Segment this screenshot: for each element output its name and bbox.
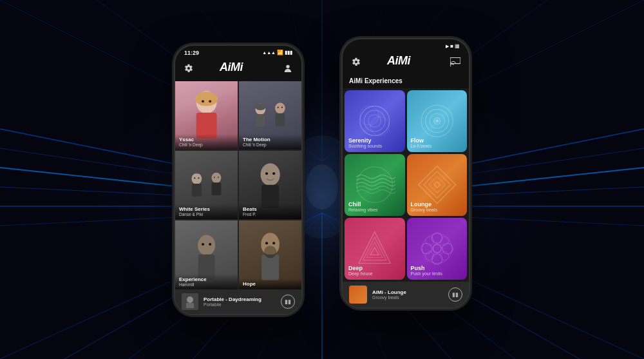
phone-1-time: 11:29 <box>184 50 199 56</box>
wifi-icon: 📶 <box>277 50 283 55</box>
phone-1-play-button[interactable]: ▮▮ <box>281 295 295 309</box>
svg-point-50 <box>191 173 202 184</box>
lounge-name: Lounge <box>411 201 438 208</box>
svg-point-53 <box>198 177 199 179</box>
phone-2-play-button[interactable]: ▮▮ <box>448 287 462 302</box>
svg-point-72 <box>187 296 193 303</box>
artist-name-hope: Hope <box>243 281 298 287</box>
chill-sub: Relaxing vibes <box>348 208 378 212</box>
phone-1-now-playing[interactable]: Portable - Daydreaming Portabile ▮▮ <box>175 289 301 314</box>
svg-point-41 <box>202 100 204 102</box>
lounge-text: Lounge Groovy beats <box>411 201 438 212</box>
flow-text: Flow Lo-fi beats <box>411 137 432 148</box>
svg-point-70 <box>272 242 275 245</box>
phone-2-np-info: AiMi - Lounge Groovy beats <box>372 289 443 300</box>
deep-name: Deep <box>348 265 373 271</box>
phone-1-np-info: Portable - Daydreaming Portabile <box>204 296 276 307</box>
exp-card-deep[interactable]: Deep Deep house <box>345 218 405 280</box>
artist-overlay-beats: Beats Fred P. <box>239 204 301 219</box>
artist-card-white[interactable]: White Series Danse & Piki <box>175 151 238 219</box>
svg-point-81 <box>370 117 389 135</box>
exp-card-flow[interactable]: Flow Lo-fi beats <box>407 90 468 152</box>
phone-2-cast-icon[interactable] <box>450 56 461 68</box>
phone-2: ▶ ■ ▦ AiMi AiMi Exp <box>341 38 470 309</box>
phone-2-now-playing[interactable]: AiMi - Lounge Groovy beats ▮▮ <box>343 282 469 307</box>
phone-2-cast-icon: ▦ <box>455 43 460 49</box>
flow-sub: Lo-fi beats <box>411 144 432 148</box>
svg-point-80 <box>360 106 379 125</box>
phone-2-section-title: AiMi Experiences <box>343 75 469 88</box>
svg-point-49 <box>281 106 283 108</box>
artist-card-motion[interactable]: The Motion Chill 'n Deep <box>239 81 301 150</box>
artist-name-experience: Experience <box>179 277 234 282</box>
svg-point-57 <box>218 177 219 178</box>
phone-2-np-thumb <box>349 286 367 304</box>
svg-rect-55 <box>211 182 221 195</box>
svg-point-58 <box>260 163 279 186</box>
deep-text: Deep Deep house <box>348 265 373 276</box>
svg-point-40 <box>195 92 218 106</box>
svg-rect-47 <box>275 113 285 126</box>
svg-point-37 <box>286 65 289 68</box>
phone-2-settings-icon[interactable] <box>350 56 362 68</box>
phone-1-status-icons: ▲▲▲ 📶 ▮▮▮ <box>262 50 292 55</box>
artist-genre-yssac: Chill 'n Deep <box>179 142 234 147</box>
svg-point-54 <box>211 173 221 184</box>
phone-2-signal-icon: ▶ <box>446 44 449 49</box>
svg-rect-90 <box>429 177 445 193</box>
phone-1-header: AiMi <box>175 57 301 81</box>
profile-icon[interactable] <box>282 63 294 74</box>
artist-genre-white: Danse & Piki <box>179 212 234 217</box>
phone-2-wifi-icon: ■ <box>450 43 453 49</box>
svg-point-69 <box>265 242 268 245</box>
svg-point-99 <box>421 243 431 253</box>
svg-rect-73 <box>186 303 194 308</box>
battery-icon: ▮▮▮ <box>285 50 292 55</box>
artist-card-hope[interactable]: Hope <box>239 220 301 289</box>
svg-text:AiMi: AiMi <box>386 54 411 67</box>
phone-1-logo: AiMi <box>219 60 258 77</box>
svg-text:AiMi: AiMi <box>219 61 243 73</box>
deep-sub: Deep house <box>348 271 373 276</box>
phone-1: 11:29 ▲▲▲ 📶 ▮▮▮ AiMi <box>174 44 303 315</box>
artist-overlay-white: White Series Danse & Piki <box>175 204 238 219</box>
chill-text: Chill Relaxing vibes <box>348 201 378 212</box>
svg-point-56 <box>214 177 215 178</box>
artist-genre-experience: Hammill <box>179 282 234 287</box>
svg-point-52 <box>194 177 195 179</box>
artist-card-beats[interactable]: Beats Fred P. <box>239 151 301 219</box>
svg-point-46 <box>275 102 285 113</box>
push-name: Push <box>411 265 442 271</box>
svg-rect-67 <box>261 255 279 280</box>
phone-1-screen: 11:29 ▲▲▲ 📶 ▮▮▮ AiMi <box>175 46 301 314</box>
svg-rect-51 <box>192 184 202 197</box>
artist-card-experience[interactable]: Experience Hammill <box>175 220 238 289</box>
svg-point-61 <box>272 172 275 175</box>
settings-icon[interactable] <box>183 63 194 74</box>
svg-point-62 <box>198 235 215 256</box>
artist-card-yssac[interactable]: Yssac Chill 'n Deep <box>175 81 238 150</box>
svg-rect-91 <box>434 182 440 188</box>
artist-genre-motion: Chill 'n Deep <box>243 142 298 147</box>
artist-name-yssac: Yssac <box>179 137 234 142</box>
exp-card-push[interactable]: Push Push your limits <box>407 218 468 280</box>
phone-2-icons: ▶ ■ ▦ <box>446 43 460 49</box>
exp-card-serenity[interactable]: Serenity Soothing sounds <box>345 90 405 152</box>
exp-card-chill[interactable]: Chill Relaxing vibes <box>345 154 405 216</box>
phone-2-experiences-grid: Serenity Soothing sounds <box>343 88 469 282</box>
phone-1-np-title: Portable - Daydreaming <box>204 296 276 302</box>
svg-point-68 <box>264 246 276 258</box>
artist-name-beats: Beats <box>243 206 298 212</box>
artist-name-white: White Series <box>179 206 234 212</box>
svg-point-64 <box>202 243 204 246</box>
svg-point-76 <box>450 65 451 66</box>
phone-2-logo: AiMi <box>386 53 425 71</box>
phone-1-artist-grid: Yssac Chill 'n Deep <box>175 81 301 289</box>
exp-card-lounge[interactable]: Lounge Groovy beats <box>407 154 468 216</box>
svg-point-86 <box>435 119 439 122</box>
serenity-sub: Soothing sounds <box>348 144 382 148</box>
push-sub: Push your limits <box>411 271 442 276</box>
svg-point-45 <box>255 103 266 110</box>
serenity-text: Serenity Soothing sounds <box>348 137 382 148</box>
artist-overlay-motion: The Motion Chill 'n Deep <box>239 134 301 150</box>
